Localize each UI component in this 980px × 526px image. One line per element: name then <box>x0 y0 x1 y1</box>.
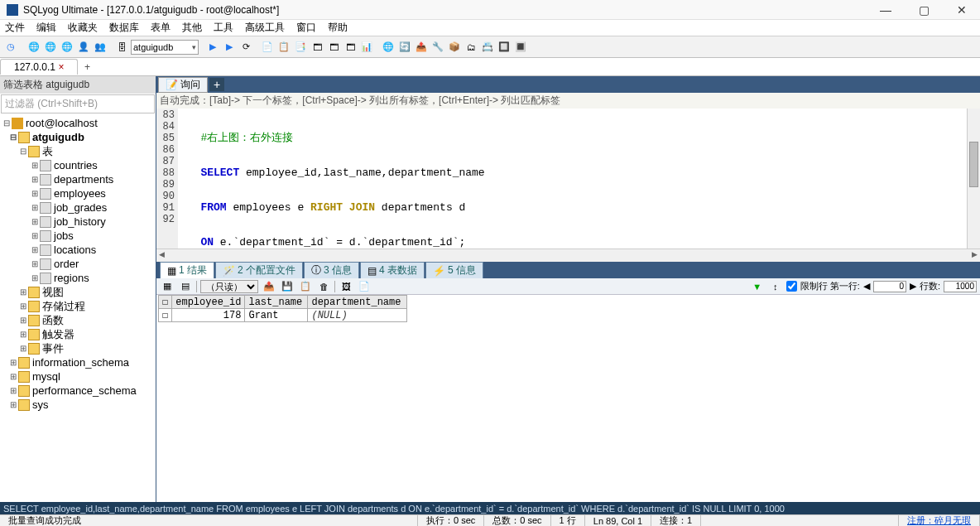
status-registration[interactable]: 注册：碎月无瑕 <box>899 515 980 526</box>
tool-icon-6[interactable]: 🗔 <box>343 40 358 55</box>
editor-vscrollbar[interactable] <box>967 109 980 249</box>
tool-icon-15[interactable]: 🔲 <box>497 40 512 55</box>
result-tab-4[interactable]: ▤4 表数据 <box>360 262 425 278</box>
table-countries[interactable]: countries <box>54 158 98 172</box>
menu-window[interactable]: 窗口 <box>296 21 316 35</box>
menu-favorites[interactable]: 收藏夹 <box>68 21 98 35</box>
tool-icon-9[interactable]: 🔄 <box>397 40 412 55</box>
table-locations[interactable]: locations <box>54 243 96 257</box>
tool-icon-4[interactable]: 🗔 <box>310 40 324 55</box>
doc-icon[interactable]: 📄 <box>357 279 372 294</box>
limit-start-input[interactable] <box>873 281 906 292</box>
add-query-tab[interactable]: + <box>209 78 224 91</box>
sql-editor[interactable]: 83848586878889909192 #右上图：右外连接 SELECT em… <box>156 109 980 249</box>
tool-icon-5[interactable]: 🗔 <box>326 40 341 55</box>
tab-close-icon[interactable]: × <box>58 61 64 73</box>
tool-icon-2[interactable]: 📋 <box>276 40 291 55</box>
tool-icon-10[interactable]: 📤 <box>414 40 429 55</box>
menu-advanced[interactable]: 高级工具 <box>245 21 285 35</box>
table-departments[interactable]: departments <box>54 172 113 186</box>
result-tab-5[interactable]: ⚡5 信息 <box>425 262 483 278</box>
execute-icon[interactable]: ▶ <box>205 40 220 55</box>
menu-database[interactable]: 数据库 <box>109 21 139 35</box>
user-icon[interactable]: 👤 <box>76 40 91 55</box>
img-icon[interactable]: 🖼 <box>339 279 353 294</box>
funcs-folder[interactable]: 函数 <box>42 313 64 327</box>
result-tab-3[interactable]: ⓘ3 信息 <box>304 262 359 278</box>
object-browser[interactable]: ⊟root@localhost ⊟atguigudb ⊟表 ⊞countries… <box>0 114 156 502</box>
table-job-history[interactable]: job_history <box>54 215 106 229</box>
maximize-button[interactable]: ▢ <box>912 3 935 17</box>
new-connection-icon[interactable]: ◷ <box>3 40 18 55</box>
readonly-selector[interactable]: （只读） <box>200 280 258 293</box>
users-icon[interactable]: 👥 <box>93 40 108 55</box>
cell-employee-id[interactable]: 178 <box>172 309 245 322</box>
refresh-icon[interactable]: 🌐 <box>43 40 58 55</box>
db-performance-schema[interactable]: performance_schema <box>32 384 137 398</box>
menu-tools[interactable]: 工具 <box>214 21 233 35</box>
cell-last-name[interactable]: Grant <box>245 309 308 322</box>
db-information-schema[interactable]: information_schema <box>32 355 129 369</box>
add-connection-tab[interactable]: + <box>79 61 94 73</box>
table-employees[interactable]: employees <box>54 186 106 200</box>
export-icon[interactable]: 📤 <box>262 279 276 294</box>
copy-icon[interactable]: 📋 <box>298 279 313 294</box>
sort-icon[interactable]: ↕ <box>768 279 783 294</box>
next-page-icon[interactable]: ▶ <box>910 281 916 292</box>
connect-icon[interactable]: 🌐 <box>26 40 41 55</box>
menu-help[interactable]: 帮助 <box>328 21 348 35</box>
menu-other[interactable]: 其他 <box>182 21 202 35</box>
tool-icon-1[interactable]: 📄 <box>260 40 275 55</box>
tool-icon-12[interactable]: 📦 <box>447 40 462 55</box>
rows-input[interactable] <box>944 281 977 292</box>
server-node[interactable]: root@localhost <box>26 116 98 130</box>
execute-all-icon[interactable]: ▶ <box>222 40 237 55</box>
table-regions[interactable]: regions <box>54 271 89 285</box>
tool-icon-7[interactable]: 📊 <box>359 40 374 55</box>
table-jobs[interactable]: jobs <box>54 229 74 243</box>
result-grid[interactable]: ☐ employee_id last_name department_name … <box>156 295 980 322</box>
delete-icon[interactable]: 🗑 <box>316 279 331 294</box>
prev-page-icon[interactable]: ◀ <box>863 281 870 292</box>
table-job-grades[interactable]: job_grades <box>54 200 107 215</box>
connection-tab[interactable]: 127.0.0.1 × <box>0 59 78 75</box>
db-icon[interactable]: 🗄 <box>114 40 129 55</box>
close-button[interactable]: ✕ <box>950 3 973 17</box>
triggers-folder[interactable]: 触发器 <box>42 327 74 341</box>
database-selector[interactable]: atguigudb <box>131 40 199 55</box>
save-icon[interactable]: 💾 <box>280 279 295 294</box>
events-folder[interactable]: 事件 <box>42 341 64 355</box>
query-tab[interactable]: 📝询问 <box>158 77 208 93</box>
result-tab-2[interactable]: 🪄2 个配置文件 <box>215 262 303 278</box>
menu-table[interactable]: 表单 <box>151 21 171 35</box>
tool-icon-13[interactable]: 🗂 <box>464 40 478 55</box>
db-mysql[interactable]: mysql <box>32 369 60 384</box>
col-department-name[interactable]: department_name <box>308 296 407 309</box>
tool-icon-3[interactable]: 📑 <box>293 40 308 55</box>
tool-icon-16[interactable]: 🔳 <box>513 40 528 55</box>
col-last-name[interactable]: last_name <box>245 296 308 309</box>
col-employee-id[interactable]: employee_id <box>172 296 245 309</box>
tables-folder[interactable]: 表 <box>42 144 53 158</box>
select-all-checkbox[interactable]: ☐ <box>159 296 172 309</box>
minimize-button[interactable]: — <box>874 3 897 17</box>
stop-icon[interactable]: ⟳ <box>238 40 253 55</box>
filter-input[interactable]: 过滤器 (Ctrl+Shift+B) <box>1 94 155 113</box>
globe-icon[interactable]: 🌐 <box>60 40 74 55</box>
menu-edit[interactable]: 编辑 <box>36 21 56 35</box>
result-tab-1[interactable]: ▦1 结果 <box>160 262 214 278</box>
table-row[interactable]: ☐ 178 Grant (NULL) <box>159 309 407 322</box>
form-view-icon[interactable]: ▤ <box>178 279 193 294</box>
db-node-atguigudb[interactable]: atguigudb <box>32 130 84 144</box>
table-order[interactable]: order <box>54 257 79 271</box>
tool-icon-11[interactable]: 🔧 <box>430 40 445 55</box>
db-sys[interactable]: sys <box>32 398 49 412</box>
grid-view-icon[interactable]: ▦ <box>160 279 175 294</box>
tool-icon-8[interactable]: 🌐 <box>381 40 396 55</box>
procs-folder[interactable]: 存储过程 <box>42 299 85 313</box>
filter-icon[interactable]: ▼ <box>750 279 765 294</box>
cell-department-name[interactable]: (NULL) <box>308 309 407 322</box>
tool-icon-14[interactable]: 📇 <box>480 40 495 55</box>
limit-checkbox[interactable] <box>786 281 797 292</box>
views-folder[interactable]: 视图 <box>42 285 64 299</box>
